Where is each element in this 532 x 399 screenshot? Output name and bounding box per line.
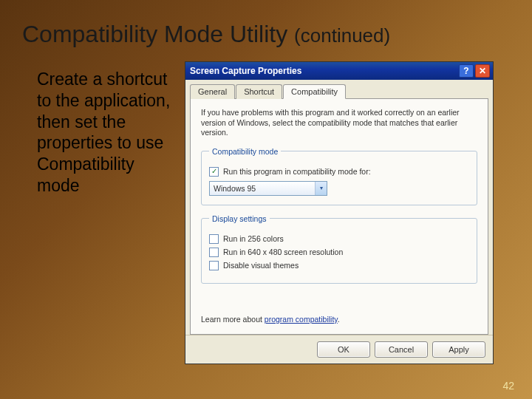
opt-256-row[interactable]: Run in 256 colors xyxy=(209,234,469,244)
tab-general[interactable]: General xyxy=(190,84,235,99)
compat-os-combobox[interactable]: Windows 95 ▾ xyxy=(209,181,327,196)
learn-link[interactable]: program compatibility xyxy=(265,315,338,324)
content-row: Create a shortcut to the application, th… xyxy=(0,57,532,364)
close-button[interactable]: ✕ xyxy=(475,64,490,78)
ok-button[interactable]: OK xyxy=(317,341,370,358)
opt-256-checkbox[interactable] xyxy=(209,234,219,244)
intro-text: If you have problems with this program a… xyxy=(201,108,477,138)
apply-button[interactable]: Apply xyxy=(432,341,485,358)
slide-body-text: Create a shortcut to the application, th… xyxy=(37,61,177,364)
learn-prefix: Learn more about xyxy=(201,315,265,324)
slide-title-continued: (continued) xyxy=(294,24,390,47)
page-number: 42 xyxy=(502,380,514,392)
slide-title: Compatibility Mode Utility (continued) xyxy=(0,0,532,57)
opt-themes-label: Disable visual themes xyxy=(223,261,299,270)
tabs-area: General Shortcut Compatibility If you ha… xyxy=(185,80,493,335)
tab-compatibility[interactable]: Compatibility xyxy=(283,84,346,99)
tab-body: If you have problems with this program a… xyxy=(190,98,488,335)
group-compatibility-mode: Compatibility mode ✓ Run this program in… xyxy=(201,147,477,205)
tab-shortcut[interactable]: Shortcut xyxy=(236,84,282,99)
opt-256-label: Run in 256 colors xyxy=(223,234,284,243)
titlebar: Screen Capture Properties ? ✕ xyxy=(185,62,493,80)
opt-640-row[interactable]: Run in 640 x 480 screen resolution xyxy=(209,248,469,257)
properties-dialog: Screen Capture Properties ? ✕ General Sh… xyxy=(185,61,494,364)
compat-checkbox-row[interactable]: ✓ Run this program in compatibility mode… xyxy=(209,167,469,177)
cancel-button[interactable]: Cancel xyxy=(375,341,428,358)
compat-checkbox[interactable]: ✓ xyxy=(209,167,219,177)
combo-value: Windows 95 xyxy=(210,184,315,193)
dialog-title: Screen Capture Properties xyxy=(188,66,457,76)
group-display-legend: Display settings xyxy=(209,214,270,223)
chevron-down-icon[interactable]: ▾ xyxy=(315,182,327,195)
opt-640-checkbox[interactable] xyxy=(209,248,219,257)
opt-640-label: Run in 640 x 480 screen resolution xyxy=(223,248,343,256)
group-display-settings: Display settings Run in 256 colors Run i… xyxy=(201,214,477,284)
help-button[interactable]: ? xyxy=(459,64,474,78)
slide-title-main: Compatibility Mode Utility xyxy=(22,21,294,47)
opt-themes-row[interactable]: Disable visual themes xyxy=(209,261,469,270)
learn-more: Learn more about program compatibility. xyxy=(201,315,477,324)
compat-checkbox-label: Run this program in compatibility mode f… xyxy=(223,167,371,176)
dialog-button-row: OK Cancel Apply xyxy=(185,335,493,364)
opt-themes-checkbox[interactable] xyxy=(209,261,219,270)
group-compat-legend: Compatibility mode xyxy=(209,147,281,156)
close-icon: ✕ xyxy=(479,66,486,76)
learn-suffix: . xyxy=(338,315,340,324)
tabstrip: General Shortcut Compatibility xyxy=(190,84,488,99)
